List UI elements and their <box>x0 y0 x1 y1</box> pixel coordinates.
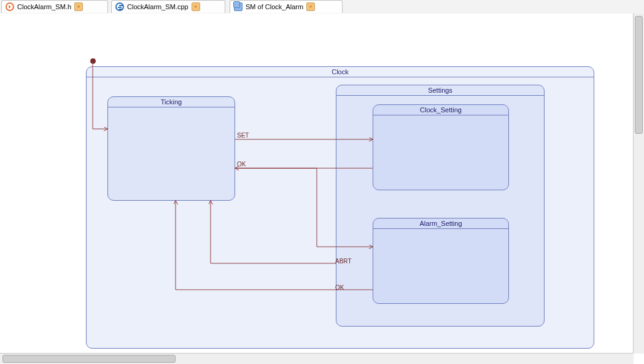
editor-tabbar: ClockAlarm_SM.h × ClockAlarm_SM.cpp × SM… <box>0 0 644 14</box>
state-ticking[interactable]: Ticking <box>107 96 235 201</box>
state-header-rule <box>336 95 544 96</box>
initial-pseudostate[interactable] <box>90 58 96 64</box>
state-title: Clock <box>87 68 594 76</box>
state-machine-icon <box>234 2 242 11</box>
scrollbar-thumb[interactable] <box>2 355 176 363</box>
horizontal-scrollbar[interactable] <box>0 353 634 364</box>
tab-clockalarm-cpp[interactable]: ClockAlarm_SM.cpp × <box>111 0 225 13</box>
state-title: Settings <box>336 87 544 94</box>
transition-label-abrt[interactable]: ABRT <box>335 258 352 265</box>
state-header-rule <box>373 228 508 229</box>
close-icon[interactable]: × <box>306 2 315 11</box>
state-title: Clock_Setting <box>373 106 508 114</box>
diagram-editor: Clock Ticking Settings Clock_Setting Ala… <box>0 14 644 364</box>
state-alarm-setting[interactable]: Alarm_Setting <box>373 218 509 304</box>
cpp-file-icon <box>115 2 124 11</box>
tab-sm-clock-alarm[interactable]: SM of Clock_Alarm × <box>230 0 343 13</box>
transition-label-set[interactable]: SET <box>237 132 249 139</box>
state-title: Alarm_Setting <box>373 220 508 227</box>
state-title: Ticking <box>108 98 235 106</box>
state-clock-setting[interactable]: Clock_Setting <box>373 104 509 190</box>
transition-label-ok-alarm[interactable]: OK <box>335 284 344 291</box>
transition-label-ok-clock[interactable]: OK <box>237 161 246 168</box>
c-file-icon <box>6 2 14 11</box>
scrollbar-thumb[interactable] <box>635 16 643 134</box>
state-header-rule <box>108 107 235 107</box>
close-icon[interactable]: × <box>192 2 200 11</box>
tab-clockalarm-h[interactable]: ClockAlarm_SM.h × <box>1 0 108 13</box>
tab-label: SM of Clock_Alarm <box>246 3 303 10</box>
tab-label: ClockAlarm_SM.cpp <box>127 3 188 10</box>
close-icon[interactable]: × <box>74 2 83 11</box>
canvas-top-margin <box>0 14 634 25</box>
vertical-scrollbar[interactable] <box>633 14 644 354</box>
tab-label: ClockAlarm_SM.h <box>17 3 71 10</box>
state-header-rule <box>373 115 508 115</box>
state-header-rule <box>87 77 594 77</box>
diagram-canvas[interactable]: Clock Ticking Settings Clock_Setting Ala… <box>0 14 634 354</box>
